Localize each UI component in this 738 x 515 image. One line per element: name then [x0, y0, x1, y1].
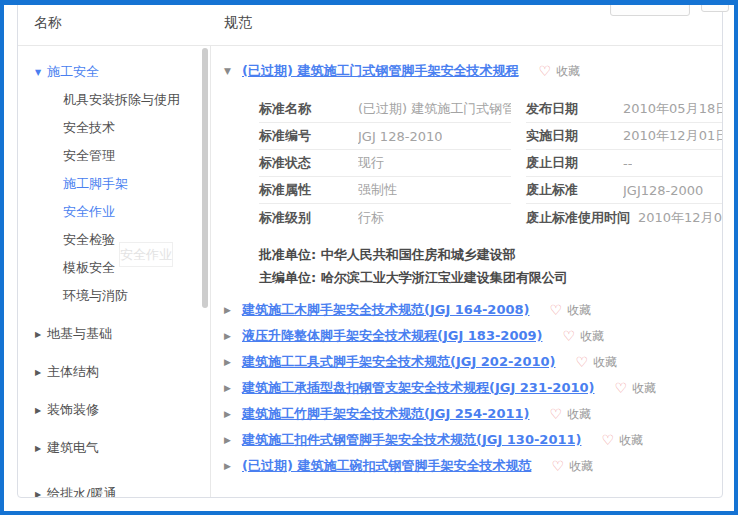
sidebar-item-label: 给排水/暖通: [47, 485, 116, 497]
spec-link[interactable]: 建筑施工木脚手架安全技术规范(JGJ 164-2008): [242, 301, 529, 319]
heart-icon: ♡: [538, 64, 551, 78]
sidebar-item-construction-safety[interactable]: ▼ 施工安全: [18, 58, 210, 86]
collapsed-arrow-icon[interactable]: ▶: [224, 331, 242, 341]
detail-label: 标准状态: [259, 154, 358, 172]
spec-link[interactable]: 建筑施工承插型盘扣钢管支架安全技术规程(JGJ 231-2010): [242, 379, 594, 397]
favorite-label: 收藏: [567, 302, 591, 319]
sidebar-item-safety-operation[interactable]: 安全作业: [18, 198, 210, 226]
collapsed-arrow-icon[interactable]: ▶: [35, 490, 47, 498]
spec-link[interactable]: 建筑施工扣件式钢管脚手架安全技术规范(JGJ 130-2011): [242, 431, 581, 449]
spec-item: ▶ 建筑施工工具式脚手架安全技术规范(JGJ 202-2010) ♡ 收藏: [224, 349, 712, 375]
detail-label: 标准级别: [259, 209, 358, 227]
sidebar-item-label: 环境与消防: [63, 287, 128, 305]
spec-link[interactable]: 建筑施工竹脚手架安全技术规范(JGJ 254-2011): [242, 405, 529, 423]
collapsed-arrow-icon[interactable]: ▶: [35, 368, 47, 377]
favorite-button[interactable]: ♡ 收藏: [551, 458, 593, 475]
sidebar-scrollbar-thumb[interactable]: [202, 48, 208, 308]
sidebar-item-label: 机具安装拆除与使用: [63, 91, 180, 109]
card-body: ▼ 施工安全 机具安装拆除与使用 安全技术 安全管理 施工脚手架 安全作业: [18, 46, 722, 497]
favorite-button[interactable]: ♡ 收藏: [549, 302, 591, 319]
spec-item-expanded: ▼ (已过期) 建筑施工门式钢管脚手架安全技术规程 ♡ 收藏: [224, 60, 712, 82]
detail-label: 废止日期: [526, 154, 623, 172]
spec-link[interactable]: 建筑施工工具式脚手架安全技术规范(JGJ 202-2010): [242, 353, 555, 371]
favorite-button[interactable]: ♡ 收藏: [601, 432, 643, 449]
detail-row: 实施日期 2010年12月01日: [526, 123, 722, 150]
favorite-button[interactable]: ♡ 收藏: [549, 406, 591, 423]
detail-label: 发布日期: [526, 100, 623, 118]
collapsed-arrow-icon[interactable]: ▶: [224, 357, 242, 367]
sidebar-item-foundation[interactable]: ▶ 地基与基础: [18, 320, 210, 348]
detail-value: 2010年05月18日: [623, 100, 722, 118]
detail-value: 2010年12月01日: [623, 127, 722, 145]
sidebar-item-electrical[interactable]: ▶ 建筑电气: [18, 434, 210, 462]
spec-item: ▶ (已过期) 建筑施工碗扣式钢管脚手架安全技术规范 ♡ 收藏: [224, 453, 712, 479]
sidebar-item-safety-management[interactable]: 安全管理: [18, 142, 210, 170]
edit-unit: 主编单位: 哈尔滨工业大学浙江宝业建设集团有限公司: [259, 266, 712, 289]
collapsed-arrow-icon[interactable]: ▶: [35, 406, 47, 415]
sidebar-item-label: 安全管理: [63, 147, 115, 165]
sidebar-item-main-structure[interactable]: ▶ 主体结构: [18, 358, 210, 386]
sidebar-column-title: 名称: [34, 14, 211, 45]
collapsed-arrow-icon[interactable]: ▶: [224, 461, 242, 471]
detail-row: 废止标准 JGJ128-2000: [526, 177, 722, 204]
spec-item: ▶ 建筑施工竹脚手架安全技术规范(JGJ 254-2011) ♡ 收藏: [224, 401, 712, 427]
collapsed-arrow-icon[interactable]: ▶: [224, 383, 242, 393]
sidebar-item-label: 安全作业: [63, 203, 115, 221]
sidebar-item-label: 地基与基础: [47, 325, 112, 343]
detail-label: 标准编号: [259, 127, 358, 145]
category-sidebar: ▼ 施工安全 机具安装拆除与使用 安全技术 安全管理 施工脚手架 安全作业: [18, 46, 211, 497]
sidebar-item-safety-tech[interactable]: 安全技术: [18, 114, 210, 142]
sidebar-item-label: 安全检验: [63, 231, 115, 249]
collapsed-arrow-icon[interactable]: ▶: [224, 305, 242, 315]
sidebar-item-scaffolding[interactable]: 施工脚手架: [18, 170, 210, 198]
spec-link[interactable]: (已过期) 建筑施工门式钢管脚手架安全技术规程: [242, 62, 518, 80]
spec-link[interactable]: (已过期) 建筑施工碗扣式钢管脚手架安全技术规范: [242, 457, 531, 475]
spec-list: ▶ 建筑施工木脚手架安全技术规范(JGJ 164-2008) ♡ 收藏 ▶ 液压…: [224, 297, 712, 479]
favorite-button[interactable]: ♡ 收藏: [562, 328, 604, 345]
detail-row: 标准名称 (已过期) 建筑施工门式钢管脚手架安...: [259, 96, 511, 123]
favorite-button[interactable]: ♡ 收藏: [614, 380, 656, 397]
sidebar-item-label: 建筑电气: [47, 439, 99, 457]
sidebar-item-plumbing-hvac[interactable]: ▶ 给排水/暖通: [18, 480, 210, 497]
spec-link[interactable]: 液压升降整体脚手架安全技术规程(JGJ 183-2009): [242, 327, 542, 345]
sidebar-item-formwork-safety[interactable]: 模板安全: [18, 254, 210, 282]
spec-item: ▶ 液压升降整体脚手架安全技术规程(JGJ 183-2009) ♡ 收藏: [224, 323, 712, 349]
collapsed-arrow-icon[interactable]: ▶: [224, 435, 242, 445]
detail-value: JGJ128-2000: [623, 183, 703, 198]
app-window: 名称 规范 ▼ 施工安全 机具安装拆除与使用 安全技术 安全管理: [0, 0, 738, 515]
favorite-label: 收藏: [569, 458, 593, 475]
spec-details: 标准名称 (已过期) 建筑施工门式钢管脚手架安... 标准编号 JGJ 128-…: [259, 96, 712, 231]
favorite-button[interactable]: ♡ 收藏: [538, 63, 580, 80]
toolbar-button-small-clipped[interactable]: [701, 0, 729, 12]
heart-icon: ♡: [549, 303, 562, 317]
collapsed-arrow-icon[interactable]: ▶: [35, 444, 47, 453]
main-column-title: 规范: [224, 14, 252, 45]
heart-icon: ♡: [562, 329, 575, 343]
collapsed-arrow-icon[interactable]: ▶: [35, 330, 47, 339]
spec-item: ▶ 建筑施工承插型盘扣钢管支架安全技术规程(JGJ 231-2010) ♡ 收藏: [224, 375, 712, 401]
toolbar-button-clipped[interactable]: [610, 0, 690, 16]
favorite-label: 收藏: [567, 406, 591, 423]
expanded-arrow-icon[interactable]: ▼: [35, 68, 47, 77]
sidebar-item-label: 施工安全: [47, 63, 99, 81]
detail-label: 废止标准使用时间: [526, 209, 638, 227]
detail-row: 标准级别 行标: [259, 204, 511, 231]
detail-label: 废止标准: [526, 181, 623, 199]
heart-icon: ♡: [551, 459, 564, 473]
detail-value: 现行: [358, 154, 384, 172]
collapsed-arrow-icon[interactable]: ▶: [224, 409, 242, 419]
expanded-arrow-icon[interactable]: ▼: [224, 66, 242, 76]
sidebar-item-safety-inspection[interactable]: 安全检验: [18, 226, 210, 254]
spec-panel: ▼ (已过期) 建筑施工门式钢管脚手架安全技术规程 ♡ 收藏 标准名称 (已过期…: [211, 46, 722, 497]
detail-value: (已过期) 建筑施工门式钢管脚手架安...: [358, 100, 511, 118]
detail-row: 废止日期 --: [526, 150, 722, 177]
sidebar-item-machine-install[interactable]: 机具安装拆除与使用: [18, 86, 210, 114]
detail-value: 2010年12月01日--: [638, 209, 722, 227]
detail-row: 发布日期 2010年05月18日: [526, 96, 722, 123]
spec-units: 批准单位: 中华人民共和国住房和城乡建设部 主编单位: 哈尔滨工业大学浙江宝业建…: [259, 243, 712, 289]
sidebar-item-environment-fire[interactable]: 环境与消防: [18, 282, 210, 310]
sidebar-item-decoration[interactable]: ▶ 装饰装修: [18, 396, 210, 424]
heart-icon: ♡: [601, 433, 614, 447]
detail-row: 标准状态 现行: [259, 150, 511, 177]
favorite-button[interactable]: ♡ 收藏: [575, 354, 617, 371]
